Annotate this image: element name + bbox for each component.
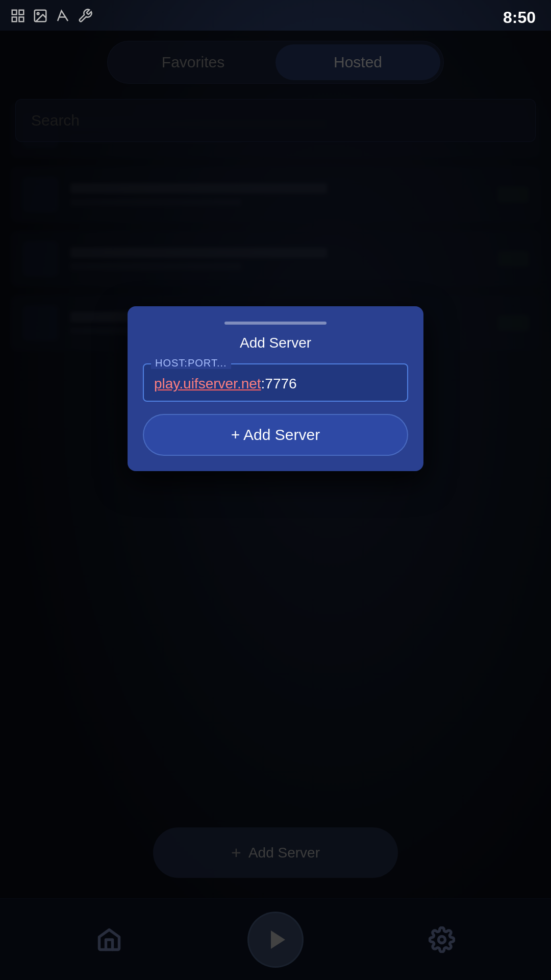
svg-rect-2 [12, 17, 17, 21]
status-icons [10, 8, 93, 27]
dialog-title: Add Server [143, 335, 408, 351]
image-icon [33, 8, 48, 27]
wrench-icon [78, 8, 93, 27]
svg-point-5 [37, 12, 39, 14]
status-time: 8:50 [503, 8, 536, 27]
host-port-label: HOST:PORT... [151, 357, 231, 369]
svg-rect-0 [12, 10, 17, 14]
add-server-dialog-button[interactable]: + Add Server [143, 414, 408, 456]
host-part: play.uifserver.net [154, 376, 261, 391]
a-icon [55, 8, 70, 27]
port-part: :7776 [261, 376, 297, 391]
add-server-dialog: Add Server HOST:PORT... play.uifserver.n… [128, 306, 423, 471]
server-address-display[interactable]: play.uifserver.net:7776 [154, 374, 397, 394]
svg-rect-1 [19, 10, 24, 14]
overlay [0, 31, 551, 980]
dialog-handle [224, 322, 327, 325]
grid-icon [10, 8, 26, 27]
status-bar: 8:50 [0, 0, 551, 31]
host-port-input-group: HOST:PORT... play.uifserver.net:7776 [143, 363, 408, 402]
svg-rect-3 [19, 17, 24, 21]
